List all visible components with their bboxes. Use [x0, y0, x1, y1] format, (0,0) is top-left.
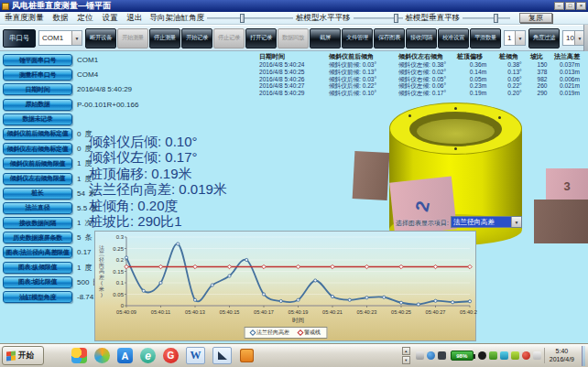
marker [434, 299, 437, 302]
blue-a-app-icon[interactable]: A [117, 348, 133, 363]
slider-thumb[interactable] [494, 14, 498, 23]
marker [262, 264, 266, 268]
menu-item[interactable]: 垂直度测量 [0, 13, 49, 24]
chart-item-select[interactable]: 法兰径向高差 ▼ [451, 216, 522, 228]
sidebar-row-button[interactable]: 日期时间 [3, 83, 72, 95]
toolbar-button[interactable]: 校准设置 [438, 28, 469, 49]
guide-frame-block: 3 [546, 168, 588, 203]
tray-icon[interactable] [533, 351, 541, 360]
menu-item[interactable]: 数据 [49, 13, 73, 24]
slider-track[interactable] [354, 17, 403, 19]
colorful-app-icon[interactable] [71, 348, 87, 363]
toolbar-button[interactable]: 停止记录 [213, 28, 245, 49]
sidebar-row-button[interactable]: 原始数据 [3, 99, 72, 111]
cell-slope: 290 [530, 90, 554, 97]
sidebar-row-button[interactable]: 锤平面串口号 [3, 54, 72, 66]
tray-spinner[interactable]: ▲ ▼ [402, 347, 410, 364]
measure-app-icon[interactable] [212, 347, 232, 364]
app-window: 风电桩垂直度测量—锤平面 – □ × 垂直度测量数据定位设置退出 导向架油缸角度 [0, 0, 588, 367]
chevron-down-icon[interactable]: ▼ [515, 31, 525, 45]
legend-entry-series[interactable]: 法兰径向高差 [250, 329, 289, 337]
legend-entry-limit[interactable]: 警戒线 [298, 329, 321, 337]
slider-thumb[interactable] [394, 14, 398, 23]
sidebar-row-button[interactable]: 油缸模型角度 [3, 291, 72, 303]
close-button[interactable]: × [576, 2, 586, 10]
toolbar-button[interactable]: 断开设备 [85, 28, 116, 49]
minimize-button[interactable]: – [554, 2, 564, 10]
toolbar-button[interactable]: 停止测量 [149, 28, 180, 49]
angle-filter-select[interactable]: 10 ▼ [562, 30, 585, 46]
y-axis-label: 兰 [99, 250, 104, 256]
tray-display-icon[interactable] [416, 351, 424, 360]
y-axis-label: 法 [99, 245, 104, 251]
toolbar-button[interactable]: 保存图表 [374, 28, 405, 49]
tray-volume-icon[interactable] [438, 351, 446, 360]
cell-angle: 0.06° [499, 76, 530, 83]
sidebar-row-button[interactable]: 法兰直径 [3, 202, 72, 214]
reset-button[interactable]: 复原 [519, 13, 552, 23]
marker [468, 300, 471, 303]
toolbar-overflow-strip[interactable] [583, 25, 588, 51]
toolbar-button[interactable]: 截屏 [310, 28, 341, 49]
toolbar-button[interactable]: 接收间隔 [406, 28, 437, 49]
tray-icon[interactable] [500, 351, 508, 360]
sidebar-row-button[interactable]: 倾斜仪左右倾角限值 [3, 173, 72, 185]
show-desktop-button[interactable] [582, 346, 585, 366]
slider-track[interactable] [463, 17, 510, 19]
toolbar-button[interactable]: 文件管理 [342, 28, 373, 49]
chevron-down-icon[interactable]: ▼ [71, 31, 82, 45]
sidebar-row-button[interactable]: 图表:坡比限值 [3, 276, 72, 288]
tray-icon[interactable] [489, 351, 497, 360]
battery-indicator[interactable]: 98% [451, 351, 474, 361]
sidebar-row-button[interactable]: 桩长 [3, 188, 72, 200]
tray-icon[interactable] [511, 351, 519, 360]
marker [383, 296, 386, 298]
toolbar-button[interactable]: 开始测量 [117, 28, 148, 49]
toolbar-button[interactable]: 开始记录 [181, 28, 212, 49]
y-axis-label: 差 [99, 275, 104, 280]
chart-item-selected-value: 法兰径向高差 [452, 217, 511, 227]
sidebar-row-button[interactable]: 图表:纵倾限值 [3, 262, 72, 274]
sidebar-row-button[interactable]: 测量杆串口号 [3, 69, 72, 81]
sidebar-row-button[interactable]: 历史数据滚屏条数 [3, 232, 72, 243]
sidebar-row-button[interactable]: 倾斜仪左右倾角标定值 [3, 143, 72, 155]
spinner-down-icon[interactable]: ▼ [402, 356, 410, 364]
word-app-icon[interactable]: W [186, 347, 205, 364]
menu-item[interactable]: 退出 [123, 13, 147, 24]
office-app-icon[interactable] [239, 348, 255, 363]
sidebar-row-button[interactable]: 数据未记录 [3, 113, 72, 125]
sidebar-row-value: P-00.101R+00.166 [77, 101, 142, 109]
table-header-cell: 倾斜仪左右倾角 [398, 52, 457, 61]
browser-sphere-icon[interactable] [94, 348, 110, 363]
sidebar-row-button[interactable]: 倾斜仪前后倾角标定值 [3, 128, 72, 140]
sidebar-row-button[interactable]: 接收数据间隔 [3, 217, 72, 229]
cell-time: 2016/4/8 5:40:24 [259, 61, 329, 69]
marker [177, 243, 180, 245]
360-security-icon[interactable]: G [163, 348, 179, 363]
port-select[interactable]: COM1 ▼ [38, 30, 82, 46]
marker [158, 264, 162, 268]
orange-tile-icon [240, 349, 254, 362]
ie-browser-icon[interactable]: e [140, 348, 156, 363]
toolbar-button[interactable]: 打开记录 [245, 28, 277, 49]
spinner-up-icon[interactable]: ▲ [402, 347, 410, 355]
taskbar-clock[interactable]: 5:40 2016/4/9 [544, 348, 579, 363]
tray-network-icon[interactable] [427, 351, 435, 360]
slider-track[interactable] [207, 17, 293, 19]
smooth-count-button[interactable]: 平滑数量 [470, 28, 501, 49]
tray-icon[interactable] [522, 351, 530, 360]
menu-item[interactable]: 定位 [73, 13, 98, 24]
toolbar-button[interactable]: 数据回放 [278, 28, 309, 49]
chevron-down-icon[interactable]: ▼ [511, 217, 521, 227]
tray-power-icon[interactable] [478, 351, 486, 360]
y-axis-label: ) [101, 292, 103, 297]
menu-item[interactable]: 设置 [98, 13, 123, 24]
windows-flag-icon [6, 351, 16, 361]
sidebar-row-button[interactable]: 图表:法兰径向高差限值 [3, 246, 72, 258]
start-button[interactable]: 开始 [2, 346, 44, 365]
maximize-button[interactable]: □ [565, 2, 575, 10]
smooth-count-select[interactable]: 1 ▼ [504, 30, 526, 46]
slider-thumb[interactable] [240, 14, 245, 23]
angle-filter-button[interactable]: 角度过滤 [528, 28, 560, 49]
sidebar-row-button[interactable]: 倾斜仪前后倾角限值 [3, 157, 72, 169]
